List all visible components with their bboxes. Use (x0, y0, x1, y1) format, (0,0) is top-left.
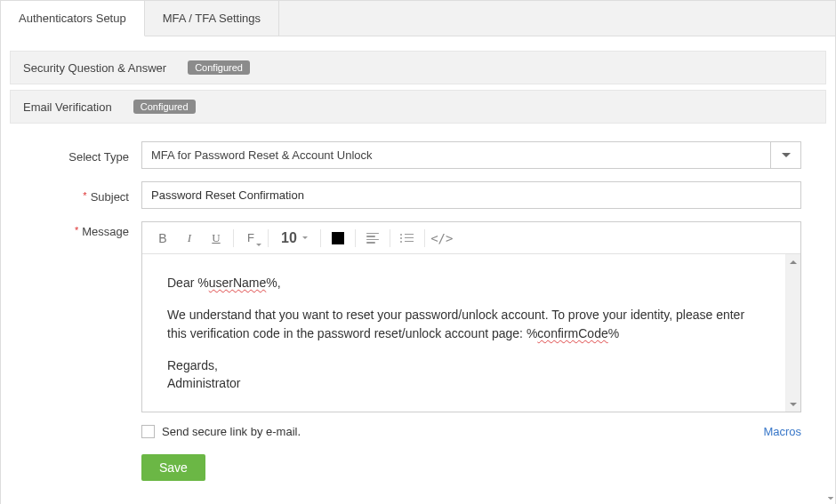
secure-link-label: Send secure link by e-mail. (162, 425, 301, 438)
code-view-button[interactable]: </> (429, 226, 455, 251)
save-row: Save (141, 454, 801, 481)
secure-link-checkbox[interactable] (141, 425, 155, 438)
status-badge: Configured (188, 60, 250, 75)
toolbar-separator (355, 229, 356, 247)
text: %, (266, 276, 280, 290)
section-email-verification[interactable]: Email Verification Configured (10, 90, 826, 124)
chevron-down-icon (782, 153, 791, 157)
row-select-type: Select Type MFA for Password Reset & Acc… (35, 141, 801, 169)
text: Regards, (167, 358, 218, 372)
section-title: Security Question & Answer (23, 61, 166, 75)
font-family-button[interactable]: F (237, 226, 264, 251)
label-select-type: Select Type (35, 147, 141, 164)
label-subject: Subject (35, 187, 141, 204)
text-variable: confirmCode (537, 326, 607, 340)
editor-body-wrap: Dear %userName%, We understand that you … (142, 254, 800, 412)
section-security-question[interactable]: Security Question & Answer Configured (10, 51, 826, 84)
toolbar-separator (320, 229, 321, 247)
macros-link[interactable]: Macros (763, 425, 801, 438)
editor-toolbar: B I U F 10 (142, 222, 800, 254)
scroll-down-button[interactable] (786, 396, 801, 412)
secure-link-option: Send secure link by e-mail. (141, 425, 301, 438)
list-icon (400, 234, 414, 243)
editor-footer: Send secure link by e-mail. Macros (141, 425, 801, 438)
page-container: Authenticators Setup MFA / TFA Settings … (0, 0, 836, 504)
font-size-button[interactable]: 10 (272, 226, 317, 251)
scroll-up-button[interactable] (786, 254, 801, 269)
align-icon (366, 233, 379, 244)
select-type-value: MFA for Password Reset & Account Unlock (141, 141, 771, 169)
arrow-down-icon (790, 403, 797, 406)
message-textarea[interactable]: Dear %userName%, We understand that you … (142, 254, 785, 412)
text: % (608, 326, 619, 340)
font-color-button[interactable] (325, 226, 351, 251)
italic-button[interactable]: I (176, 226, 203, 251)
text: Administrator (167, 376, 240, 390)
tab-mfa-tfa-settings[interactable]: MFA / TFA Settings (145, 1, 279, 36)
arrow-up-icon (790, 260, 797, 264)
tabs-bar: Authenticators Setup MFA / TFA Settings (1, 1, 835, 36)
list-button[interactable] (394, 226, 421, 251)
select-type-dropdown[interactable]: MFA for Password Reset & Account Unlock (141, 141, 801, 169)
toolbar-separator (424, 229, 425, 247)
toolbar-separator (390, 229, 390, 247)
subject-input[interactable] (141, 181, 801, 209)
row-message: Message B I U F 10 (35, 221, 801, 481)
bold-button[interactable]: B (149, 226, 176, 251)
tab-authenticators-setup[interactable]: Authenticators Setup (1, 1, 145, 36)
underline-button[interactable]: U (203, 226, 229, 251)
select-type-toggle[interactable] (771, 141, 801, 169)
label-message: Message (35, 221, 141, 238)
text: Dear % (167, 276, 209, 290)
message-editor: B I U F 10 (141, 221, 801, 412)
status-badge: Configured (133, 100, 196, 114)
email-verification-form: Select Type MFA for Password Reset & Acc… (10, 129, 826, 500)
section-title: Email Verification (23, 100, 112, 114)
main-panel: Security Question & Answer Configured Em… (1, 36, 835, 504)
color-swatch-icon (332, 232, 344, 244)
align-button[interactable] (359, 226, 386, 251)
text: We understand that you want to reset you… (167, 308, 744, 340)
editor-scrollbar[interactable] (785, 254, 800, 412)
save-button[interactable]: Save (141, 454, 205, 481)
text-variable: userName (209, 276, 267, 290)
toolbar-separator (268, 229, 269, 247)
row-subject: Subject (35, 181, 801, 209)
toolbar-separator (233, 229, 234, 247)
